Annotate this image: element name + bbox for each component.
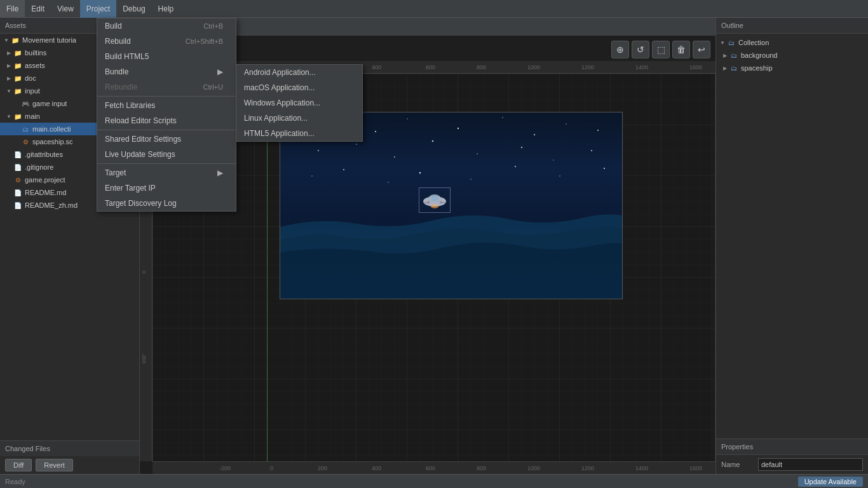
arrow-icon: ▶ [5,63,13,69]
bundle-android[interactable]: Android Application... [236,65,362,80]
svg-point-17 [553,159,553,160]
arrow-icon: ▼ [5,114,13,119]
bundle-macos[interactable]: macOS Application... [236,80,362,95]
menu-rebuild[interactable]: Rebuild Ctrl+Shift+B [97,34,236,49]
menu-edit[interactable]: Edit [25,0,51,18]
move-tool-button[interactable]: ⊕ [611,41,629,58]
arrow-icon: ▶ [721,65,729,71]
folder-icon: 📁 [10,35,20,45]
scale-tool-button[interactable]: ⬚ [652,41,670,58]
project-dropdown: Build Ctrl+B Rebuild Ctrl+Shift+B Build … [97,18,236,212]
menu-fetch-libraries[interactable]: Fetch Libraries [97,98,236,113]
spaceship-svg [421,190,449,210]
svg-point-15 [477,153,478,154]
right-separator [715,74,715,461]
menu-shared-editor-settings[interactable]: Shared Editor Settings [97,132,236,147]
menu-file[interactable]: File [0,0,25,18]
outline-background[interactable]: ▶ 🗂 background [716,49,868,62]
bundle-linux[interactable]: Linux Application... [236,111,362,126]
status-bar: Ready Update Available [0,474,868,488]
menu-target[interactable]: Target ▶ [97,165,236,180]
svg-point-22 [419,172,421,173]
svg-point-12 [356,144,357,145]
svg-point-19 [311,175,313,177]
name-input[interactable] [758,458,863,471]
status-ready: Ready [5,478,25,485]
menu-reload-editor-scripts[interactable]: Reload Editor Scripts [97,113,236,128]
spaceship-selection-box[interactable] [419,187,451,213]
menu-enter-target-ip[interactable]: Enter Target IP [97,180,236,196]
file-icon: 📄 [13,162,23,172]
svg-point-24 [515,166,516,167]
arrow-icon: ▼ [719,40,726,46]
right-sidebar: Outline ▼ 🗂 Collection ▶ 🗂 background ▶ … [715,18,868,474]
menu-build[interactable]: Build Ctrl+B [97,18,236,34]
folder-icon: 📁 [13,48,23,58]
svg-point-9 [566,123,566,124]
canvas-toolbar: ⊕ ↺ ⬚ 🗑 ↩ [611,41,710,58]
menu-bundle[interactable]: Bundle ▶ Android Application... macOS Ap… [97,64,236,79]
diff-button[interactable]: Diff [5,459,32,471]
outline-collection-label: Collection [738,39,769,46]
script-icon: ⚙ [20,137,31,147]
folder-icon: 📁 [13,111,23,121]
outline-header: Outline [716,18,868,34]
outline-collection[interactable]: ▼ 🗂 Collection [716,36,868,49]
update-available-button[interactable]: Update Available [798,477,863,487]
menu-view[interactable]: View [51,0,80,18]
collection-icon: 🗂 [729,63,739,73]
outline-spaceship[interactable]: ▶ 🗂 spaceship [716,62,868,74]
svg-point-14 [432,140,433,142]
svg-point-13 [394,156,395,158]
svg-point-25 [559,175,560,176]
outline-spaceship-label: spaceship [741,64,773,72]
bundle-windows[interactable]: Windows Application... [236,95,362,111]
svg-point-6 [458,128,459,129]
svg-point-11 [318,150,319,151]
folder-icon: 📁 [13,60,23,71]
folder-icon: 📁 [13,86,23,96]
svg-point-29 [431,196,438,201]
revert-button[interactable]: Revert [36,459,72,471]
menu-build-html5[interactable]: Build HTML5 [97,49,236,64]
svg-point-30 [431,205,438,208]
menu-rebundle: Rebundle Ctrl+U [97,79,236,95]
gear-icon: ⚙ [13,175,23,185]
svg-point-16 [521,147,522,148]
svg-point-8 [534,134,535,135]
menu-live-update-settings[interactable]: Live Update Settings [97,147,236,162]
delete-tool-button[interactable]: 🗑 [672,41,690,58]
bundle-html5[interactable]: HTML5 Application... [236,126,362,141]
outline-background-label: background [741,51,778,59]
menu-help[interactable]: Help [152,0,180,18]
svg-point-10 [597,130,599,131]
menubar: File Edit View Project Debug Help [0,0,868,18]
bundle-submenu: Android Application... macOS Application… [236,64,363,142]
menu-project[interactable]: Project [80,0,116,18]
arrow-icon: ▶ [721,53,729,58]
reset-tool-button[interactable]: ↩ [693,41,710,58]
collection-icon: 🗂 [726,37,736,48]
svg-point-18 [591,150,592,151]
properties-section: Properties Name [716,438,868,474]
rotate-tool-button[interactable]: ↺ [632,41,649,58]
arrow-icon: ▼ [3,37,10,43]
folder-icon: 📁 [13,73,23,83]
svg-point-21 [388,182,388,182]
file-icon: 📄 [13,187,23,198]
file-icon: 📄 [13,200,23,210]
menu-target-discovery-log[interactable]: Target Discovery Log [97,196,236,211]
svg-point-7 [502,117,503,118]
arrow-icon: ▶ [5,76,13,81]
arrow-icon: ▶ [5,50,13,56]
arrow-icon: ▼ [5,88,13,94]
collection-icon: 🗂 [729,50,739,60]
svg-point-23 [470,179,471,180]
properties-header: Properties [716,439,868,455]
go-icon: 🎮 [20,98,31,109]
name-property-row: Name [716,455,868,474]
svg-point-5 [407,118,407,119]
changed-files-header: Changed Files [0,440,139,456]
menu-debug[interactable]: Debug [116,0,151,18]
ruler-bottom: -200 0 200 400 600 800 1000 1200 1400 16… [153,461,715,474]
